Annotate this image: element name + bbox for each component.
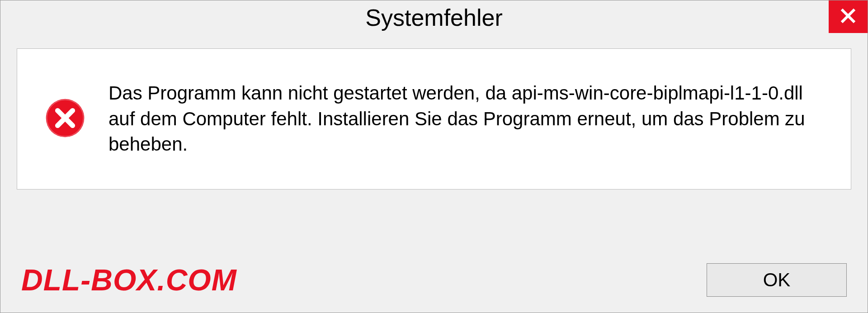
watermark-text: DLL-BOX.COM [21,263,237,297]
error-icon [44,97,86,141]
dialog-footer: DLL-BOX.COM OK [0,263,868,297]
window-title: Systemfehler [365,4,502,31]
message-panel: Das Programm kann nicht gestartet werden… [17,48,851,190]
ok-button[interactable]: OK [707,263,847,297]
close-button[interactable] [829,0,868,33]
error-message: Das Programm kann nicht gestartet werden… [108,81,824,157]
titlebar: Systemfehler [0,0,868,35]
close-icon [840,8,856,26]
